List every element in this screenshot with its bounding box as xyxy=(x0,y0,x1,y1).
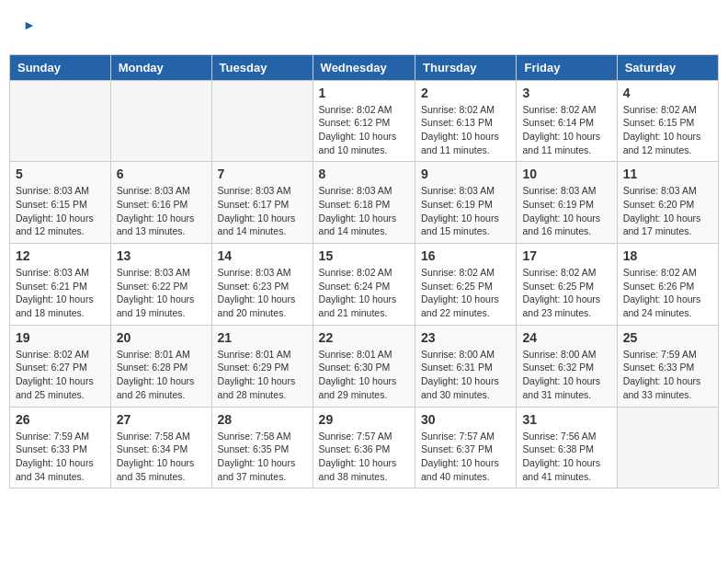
day-number: 27 xyxy=(117,412,206,427)
day-cell: 17 Sunrise: 8:02 AM Sunset: 6:25 PM Dayl… xyxy=(517,244,617,326)
day-number: 18 xyxy=(623,248,712,263)
day-cell: 16 Sunrise: 8:02 AM Sunset: 6:25 PM Dayl… xyxy=(415,244,517,326)
day-number: 9 xyxy=(421,167,510,181)
day-cell: 27 Sunrise: 7:58 AM Sunset: 6:34 PM Dayl… xyxy=(110,407,211,488)
day-number: 21 xyxy=(218,330,307,345)
day-cell: 23 Sunrise: 8:00 AM Sunset: 6:31 PM Dayl… xyxy=(415,325,517,407)
day-cell xyxy=(617,407,718,488)
weekday-tuesday: Tuesday xyxy=(211,54,313,80)
day-info: Sunrise: 7:58 AM Sunset: 6:35 PM Dayligh… xyxy=(218,430,307,484)
day-info: Sunrise: 7:57 AM Sunset: 6:37 PM Dayligh… xyxy=(421,430,510,484)
day-cell: 20 Sunrise: 8:01 AM Sunset: 6:28 PM Dayl… xyxy=(110,325,211,407)
day-cell: 18 Sunrise: 8:02 AM Sunset: 6:26 PM Dayl… xyxy=(617,244,718,326)
week-row-5: 26 Sunrise: 7:59 AM Sunset: 6:33 PM Dayl… xyxy=(10,407,719,488)
day-number: 22 xyxy=(319,330,409,345)
day-cell: 9 Sunrise: 8:03 AM Sunset: 6:19 PM Dayli… xyxy=(415,162,517,244)
day-cell: 15 Sunrise: 8:02 AM Sunset: 6:24 PM Dayl… xyxy=(313,244,415,326)
weekday-wednesday: Wednesday xyxy=(313,54,415,80)
day-info: Sunrise: 8:01 AM Sunset: 6:30 PM Dayligh… xyxy=(319,348,409,402)
day-cell: 7 Sunrise: 8:03 AM Sunset: 6:17 PM Dayli… xyxy=(211,162,313,244)
day-info: Sunrise: 7:56 AM Sunset: 6:38 PM Dayligh… xyxy=(522,430,610,484)
day-number: 28 xyxy=(218,412,307,427)
day-info: Sunrise: 8:02 AM Sunset: 6:25 PM Dayligh… xyxy=(522,266,610,320)
week-row-1: 1 Sunrise: 8:02 AM Sunset: 6:12 PM Dayli… xyxy=(10,80,719,162)
day-info: Sunrise: 8:00 AM Sunset: 6:31 PM Dayligh… xyxy=(421,348,510,402)
day-info: Sunrise: 8:03 AM Sunset: 6:18 PM Dayligh… xyxy=(319,184,409,238)
day-cell: 25 Sunrise: 7:59 AM Sunset: 6:33 PM Dayl… xyxy=(617,325,718,407)
day-cell: 22 Sunrise: 8:01 AM Sunset: 6:30 PM Dayl… xyxy=(313,325,415,407)
day-info: Sunrise: 8:02 AM Sunset: 6:12 PM Dayligh… xyxy=(319,103,409,157)
day-number: 10 xyxy=(522,167,610,181)
day-number: 13 xyxy=(117,248,206,263)
day-info: Sunrise: 7:59 AM Sunset: 6:33 PM Dayligh… xyxy=(16,430,105,484)
day-number: 29 xyxy=(319,412,409,427)
day-info: Sunrise: 8:03 AM Sunset: 6:21 PM Dayligh… xyxy=(16,266,105,320)
day-cell: 6 Sunrise: 8:03 AM Sunset: 6:16 PM Dayli… xyxy=(110,162,211,244)
day-number: 30 xyxy=(421,412,510,427)
day-cell: 26 Sunrise: 7:59 AM Sunset: 6:33 PM Dayl… xyxy=(10,407,111,488)
week-row-3: 12 Sunrise: 8:03 AM Sunset: 6:21 PM Dayl… xyxy=(10,244,719,326)
day-info: Sunrise: 8:00 AM Sunset: 6:32 PM Dayligh… xyxy=(522,348,610,402)
day-cell xyxy=(10,80,111,162)
day-number: 14 xyxy=(218,248,307,263)
weekday-thursday: Thursday xyxy=(415,54,517,80)
day-number: 1 xyxy=(319,86,409,100)
day-info: Sunrise: 8:03 AM Sunset: 6:20 PM Dayligh… xyxy=(623,184,712,238)
page-header: ► xyxy=(9,9,719,47)
day-info: Sunrise: 8:03 AM Sunset: 6:22 PM Dayligh… xyxy=(117,266,206,320)
day-number: 11 xyxy=(623,167,712,181)
day-info: Sunrise: 7:59 AM Sunset: 6:33 PM Dayligh… xyxy=(623,348,712,402)
day-number: 19 xyxy=(16,330,105,345)
day-cell: 2 Sunrise: 8:02 AM Sunset: 6:13 PM Dayli… xyxy=(415,80,517,162)
day-number: 5 xyxy=(16,167,105,181)
day-info: Sunrise: 8:02 AM Sunset: 6:15 PM Dayligh… xyxy=(623,103,712,157)
day-number: 16 xyxy=(421,248,510,263)
day-cell: 21 Sunrise: 8:01 AM Sunset: 6:29 PM Dayl… xyxy=(211,325,313,407)
weekday-header-row: SundayMondayTuesdayWednesdayThursdayFrid… xyxy=(10,54,719,80)
day-cell: 14 Sunrise: 8:03 AM Sunset: 6:23 PM Dayl… xyxy=(211,244,313,326)
day-cell: 19 Sunrise: 8:02 AM Sunset: 6:27 PM Dayl… xyxy=(10,325,111,407)
day-number: 4 xyxy=(623,86,712,100)
calendar-body: 1 Sunrise: 8:02 AM Sunset: 6:12 PM Dayli… xyxy=(10,80,719,488)
day-cell: 11 Sunrise: 8:03 AM Sunset: 6:20 PM Dayl… xyxy=(617,162,718,244)
calendar-table: SundayMondayTuesdayWednesdayThursdayFrid… xyxy=(9,54,719,489)
day-info: Sunrise: 8:02 AM Sunset: 6:25 PM Dayligh… xyxy=(421,266,510,320)
day-cell: 24 Sunrise: 8:00 AM Sunset: 6:32 PM Dayl… xyxy=(517,325,617,407)
day-info: Sunrise: 8:02 AM Sunset: 6:14 PM Dayligh… xyxy=(522,103,610,157)
day-info: Sunrise: 8:03 AM Sunset: 6:19 PM Dayligh… xyxy=(522,184,610,238)
day-cell: 28 Sunrise: 7:58 AM Sunset: 6:35 PM Dayl… xyxy=(211,407,313,488)
day-cell xyxy=(211,80,313,162)
day-number: 8 xyxy=(319,167,409,181)
day-number: 12 xyxy=(16,248,105,263)
logo: ► xyxy=(23,18,36,42)
day-number: 25 xyxy=(623,330,712,345)
weekday-saturday: Saturday xyxy=(617,54,718,80)
day-number: 6 xyxy=(117,167,206,181)
day-info: Sunrise: 8:01 AM Sunset: 6:29 PM Dayligh… xyxy=(218,348,307,402)
day-cell: 13 Sunrise: 8:03 AM Sunset: 6:22 PM Dayl… xyxy=(110,244,211,326)
day-cell: 3 Sunrise: 8:02 AM Sunset: 6:14 PM Dayli… xyxy=(517,80,617,162)
week-row-4: 19 Sunrise: 8:02 AM Sunset: 6:27 PM Dayl… xyxy=(10,325,719,407)
day-info: Sunrise: 8:03 AM Sunset: 6:17 PM Dayligh… xyxy=(218,184,307,238)
day-cell: 12 Sunrise: 8:03 AM Sunset: 6:21 PM Dayl… xyxy=(10,244,111,326)
day-info: Sunrise: 8:03 AM Sunset: 6:19 PM Dayligh… xyxy=(421,184,510,238)
day-info: Sunrise: 8:02 AM Sunset: 6:26 PM Dayligh… xyxy=(623,266,712,320)
day-cell: 31 Sunrise: 7:56 AM Sunset: 6:38 PM Dayl… xyxy=(517,407,617,488)
week-row-2: 5 Sunrise: 8:03 AM Sunset: 6:15 PM Dayli… xyxy=(10,162,719,244)
day-cell: 4 Sunrise: 8:02 AM Sunset: 6:15 PM Dayli… xyxy=(617,80,718,162)
day-number: 23 xyxy=(421,330,510,345)
day-cell: 10 Sunrise: 8:03 AM Sunset: 6:19 PM Dayl… xyxy=(517,162,617,244)
day-number: 7 xyxy=(218,167,307,181)
weekday-friday: Friday xyxy=(517,54,617,80)
day-info: Sunrise: 8:02 AM Sunset: 6:27 PM Dayligh… xyxy=(16,348,105,402)
day-info: Sunrise: 8:03 AM Sunset: 6:16 PM Dayligh… xyxy=(117,184,206,238)
day-info: Sunrise: 8:01 AM Sunset: 6:28 PM Dayligh… xyxy=(117,348,206,402)
day-cell xyxy=(110,80,211,162)
day-number: 17 xyxy=(522,248,610,263)
day-cell: 1 Sunrise: 8:02 AM Sunset: 6:12 PM Dayli… xyxy=(313,80,415,162)
day-number: 15 xyxy=(319,248,409,263)
day-info: Sunrise: 8:03 AM Sunset: 6:23 PM Dayligh… xyxy=(218,266,307,320)
day-info: Sunrise: 7:58 AM Sunset: 6:34 PM Dayligh… xyxy=(117,430,206,484)
day-number: 31 xyxy=(522,412,610,427)
day-cell: 5 Sunrise: 8:03 AM Sunset: 6:15 PM Dayli… xyxy=(10,162,111,244)
